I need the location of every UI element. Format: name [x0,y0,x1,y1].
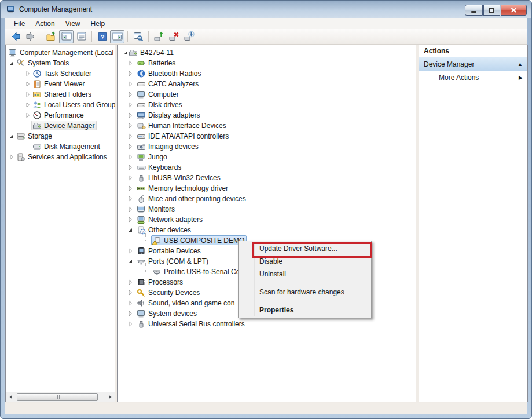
collapse-arrow-icon[interactable] [8,59,16,67]
tree-item-content[interactable]: Computer Management (Local [7,48,115,57]
tree-item-content[interactable]: Keyboards [135,162,184,172]
device-tree-item[interactable]: Computer [118,89,416,100]
expand-arrow-icon[interactable] [126,309,134,318]
expand-arrow-icon[interactable] [126,247,134,255]
scroll-right-button[interactable] [105,392,115,402]
menu-help[interactable]: Help [86,19,111,29]
console-tree-item[interactable]: Device Manager [6,121,115,131]
tree-item-content[interactable]: Universal Serial Bus controllers [135,319,247,329]
actions-group-device-manager[interactable]: Device Manager ▲ [419,57,527,71]
console-tree-item[interactable]: Task Scheduler [6,68,115,79]
properties-button[interactable] [74,30,89,43]
tree-item-content[interactable]: Event Viewer [31,79,87,89]
tree-item-content[interactable]: Jungo [135,152,170,162]
console-tree-item[interactable]: Storage [6,131,115,141]
console-tree-item[interactable]: Computer Management (Local [6,48,115,58]
show-action-pane-button[interactable] [110,30,124,43]
expand-arrow-icon[interactable] [126,90,134,99]
expand-arrow-icon[interactable] [24,70,32,78]
minimize-button[interactable] [465,5,483,16]
scrollbar-thumb[interactable] [17,393,98,401]
tree-item-content[interactable]: Storage [15,131,54,141]
tree-item-content[interactable]: Task Scheduler [31,68,94,78]
device-tree-item[interactable]: ?Other devices [118,225,416,235]
device-tree-item[interactable]: Imaging devices [118,141,416,152]
tree-item-content[interactable]: Services and Applications [15,152,109,162]
tree-item-content[interactable]: Sound, video and game con [135,298,237,308]
expand-arrow-icon[interactable] [126,59,134,67]
expand-arrow-icon[interactable] [126,122,134,130]
tree-item-content[interactable]: Portable Devices [135,246,203,256]
console-tree-item[interactable]: Shared Folders [6,89,115,100]
expand-arrow-icon[interactable] [126,111,134,119]
console-tree-item[interactable]: Event Viewer [6,79,115,89]
menu-view[interactable]: View [60,19,86,29]
more-actions-item[interactable]: More Actions ▶ [419,71,527,84]
show-console-tree-button[interactable] [59,30,74,43]
device-tree-item[interactable]: Keyboards [118,162,416,173]
tree-item-content[interactable]: B42754-11 [127,48,176,57]
tree-item-content[interactable]: Performance [31,110,86,120]
tree-item-content[interactable]: Bluetooth Radios [135,68,203,78]
tree-item-content[interactable]: Batteries [135,58,178,68]
expand-arrow-icon[interactable] [24,80,32,88]
expand-arrow-icon[interactable] [126,205,134,213]
device-tree-item[interactable]: Disk drives [118,100,416,110]
tree-item-content[interactable]: System devices [135,308,199,318]
expand-arrow-icon[interactable] [126,80,134,88]
expand-arrow-icon[interactable] [24,111,32,119]
device-tree-item[interactable]: Memory technology driver [118,183,416,194]
context-menu-item-scan-for-hardware-changes[interactable]: Scan for hardware changes [239,286,371,298]
expand-arrow-icon[interactable] [24,101,32,109]
console-tree-item[interactable]: Performance [6,110,115,121]
back-button[interactable] [8,30,23,43]
expand-arrow-icon[interactable] [126,195,134,203]
collapse-arrow-icon[interactable] [126,226,134,234]
expand-arrow-icon[interactable] [126,153,134,161]
scroll-left-button[interactable] [6,392,16,402]
tree-item-content[interactable]: Imaging devices [135,141,201,151]
tree-item-content[interactable]: Computer [135,89,181,99]
tree-item-content[interactable]: Disk Management [31,141,102,151]
close-button[interactable] [501,5,527,16]
collapse-arrow-icon[interactable]: ▲ [518,61,523,67]
expand-arrow-icon[interactable] [8,153,16,161]
collapse-arrow-icon[interactable] [126,257,134,265]
device-tree-item[interactable]: IDE ATA/ATAPI controllers [118,131,416,141]
tree-item-content[interactable]: Shared Folders [31,89,94,99]
expand-arrow-icon[interactable] [126,278,134,286]
expand-arrow-icon[interactable] [126,132,134,140]
tree-item-content[interactable]: Processors [135,277,185,287]
device-tree-item[interactable]: B42754-11 [118,48,416,58]
horizontal-scrollbar[interactable] [6,392,115,402]
device-tree-item[interactable]: Network adapters [118,214,416,225]
forward-button[interactable] [23,30,38,43]
selected-item-highlight[interactable]: USB COMPOSITE DEMO [151,235,247,245]
expand-arrow-icon[interactable] [126,101,134,109]
selected-item-highlight[interactable]: Device Manager [31,121,97,130]
tree-item-content[interactable]: Prolific USB-to-Serial Co [151,267,242,276]
context-menu-item-properties[interactable]: Properties [239,304,371,316]
tree-item-content[interactable]: Display adapters [135,110,202,120]
tree-item-content[interactable]: Local Users and Groups [31,100,115,110]
device-tree-item[interactable]: Mice and other pointing devices [118,194,416,204]
console-tree-item[interactable]: Local Users and Groups [6,100,115,110]
collapse-arrow-icon[interactable] [8,132,16,140]
device-tree-item[interactable]: LibUSB-Win32 Devices [118,173,416,183]
console-tree-item[interactable]: System Tools [6,58,115,68]
device-tree-item[interactable]: Jungo [118,152,416,162]
expand-arrow-icon[interactable] [126,174,134,182]
expand-arrow-icon[interactable] [126,320,134,328]
tree-item-content[interactable]: Monitors [135,204,177,214]
menu-action[interactable]: Action [30,19,60,29]
device-tree-item[interactable]: Universal Serial Bus controllers [118,319,416,329]
tree-item-content[interactable]: IDE ATA/ATAPI controllers [135,131,231,141]
expand-arrow-icon[interactable] [126,70,134,78]
update-driver-button[interactable] [152,30,166,43]
scan-hardware-button[interactable] [182,30,196,43]
expand-arrow-icon[interactable] [126,289,134,297]
device-tree-item[interactable]: Display adapters [118,110,416,121]
expand-arrow-icon[interactable] [126,163,134,172]
tree-item-content[interactable]: Network adapters [135,214,205,224]
tree-item-content[interactable]: Memory technology driver [135,183,230,193]
